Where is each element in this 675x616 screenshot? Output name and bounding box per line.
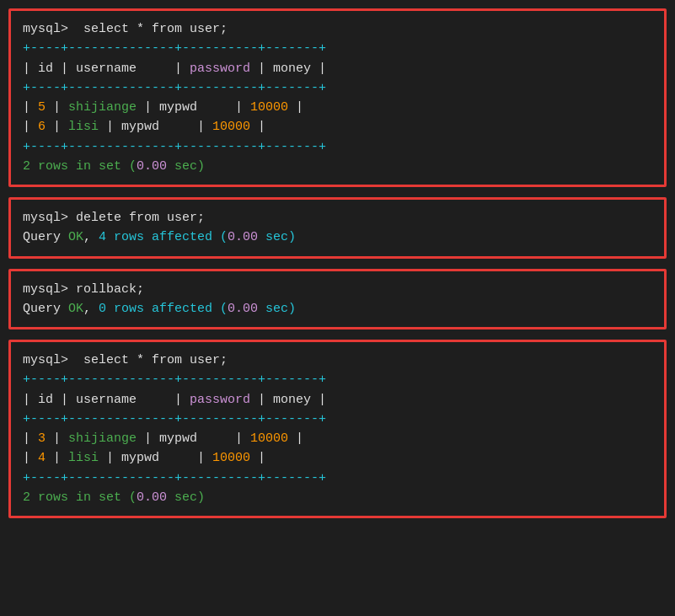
command-line: mysql> select * from user;: [23, 19, 652, 39]
table-row: | 6 | lisi | mypwd | 10000 |: [23, 117, 652, 137]
terminal-block-block3: mysql> rollback;Query OK, 0 rows affecte…: [8, 269, 667, 330]
terminal-block-block2: mysql> delete from user;Query OK, 4 rows…: [8, 197, 667, 259]
table-separator: +----+--------------+----------+-------+: [23, 410, 652, 429]
table-header: | id | username | password | money |: [23, 59, 652, 78]
table-separator: +----+--------------+----------+-------+: [23, 78, 652, 98]
terminal-block-block1: mysql> select * from user;+----+--------…: [8, 8, 667, 187]
terminal-block-block4: mysql> select * from user;+----+--------…: [8, 340, 667, 518]
row-count: 2 rows in set (0.00 sec): [23, 157, 652, 176]
command-line: mysql> delete from user;: [23, 208, 652, 228]
query-result: Query OK, 4 rows affected (0.00 sec): [23, 228, 652, 247]
table-separator: +----+--------------+----------+-------+: [23, 370, 652, 389]
row-count: 2 rows in set (0.00 sec): [23, 488, 652, 507]
table-row: | 4 | lisi | mypwd | 10000 |: [23, 448, 652, 468]
query-result: Query OK, 0 rows affected (0.00 sec): [23, 299, 652, 319]
table-separator: +----+--------------+----------+-------+: [23, 39, 652, 58]
command-line: mysql> select * from user;: [23, 351, 652, 370]
table-header: | id | username | password | money |: [23, 390, 652, 410]
table-row: | 3 | shijiange | mypwd | 10000 |: [23, 429, 652, 448]
table-row: | 5 | shijiange | mypwd | 10000 |: [23, 98, 652, 117]
table-separator: +----+--------------+----------+-------+: [23, 469, 652, 488]
table-separator: +----+--------------+----------+-------+: [23, 137, 652, 157]
command-line: mysql> rollback;: [23, 280, 652, 299]
